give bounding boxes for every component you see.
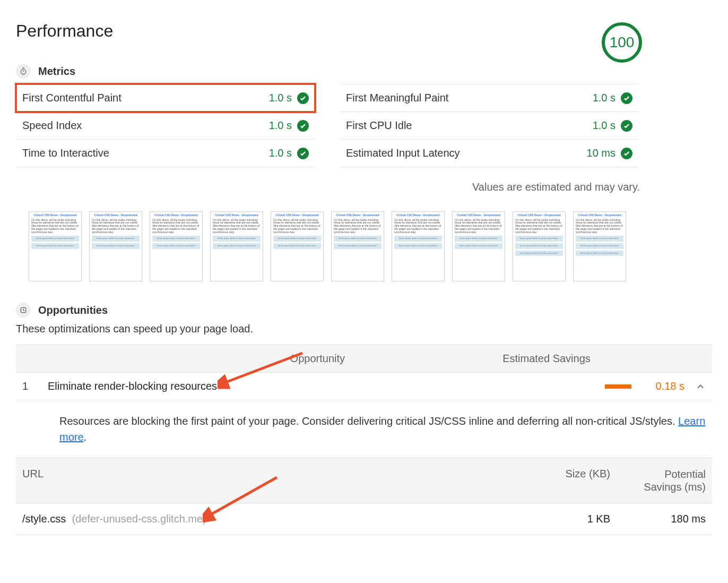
check-icon: [621, 120, 632, 132]
opportunity-detail: Resources are blocking the first paint o…: [16, 400, 712, 458]
filmstrip-frame: Critical CSS Demo - UnoptimizedOn this d…: [271, 211, 324, 281]
metric-label: First CPU Idle: [346, 119, 412, 132]
resource-path: /style.css: [22, 513, 66, 525]
metric-value: 1.0 s: [593, 92, 616, 104]
metric-value: 1.0 s: [269, 147, 292, 159]
metric-label: First Meaningful Paint: [346, 92, 448, 104]
learn-more-link[interactable]: Learn more: [59, 415, 705, 443]
performance-score: 100: [601, 21, 643, 64]
metric-label: Estimated Input Latency: [346, 147, 460, 159]
col-url: URL: [22, 468, 515, 493]
check-icon: [297, 92, 309, 104]
metrics-footnote: Values are estimated and may vary.: [472, 181, 712, 193]
metric-label: First Contentful Paint: [22, 92, 122, 104]
check-icon: [621, 148, 632, 159]
check-icon: [621, 92, 632, 104]
filmstrip-frame: Critical CSS Demo - UnoptimizedOn this d…: [29, 211, 82, 281]
metric-speed-index[interactable]: Speed Index1.0 s: [16, 112, 315, 140]
filmstrip-frame: Critical CSS Demo - UnoptimizedOn this d…: [392, 211, 445, 281]
opportunity-row[interactable]: 1Eliminate render-blocking resources0.18…: [16, 373, 712, 400]
metric-time-to-interactive[interactable]: Time to Interactive1.0 s: [16, 140, 315, 167]
page-title: Performance: [16, 21, 113, 41]
opportunity-savings: 0.18 s: [631, 380, 684, 392]
filmstrip-frame: Critical CSS Demo - UnoptimizedOn this d…: [89, 211, 142, 281]
col-size: Size (KB): [515, 468, 610, 493]
score-value: 100: [601, 21, 643, 64]
metric-label: Speed Index: [22, 119, 82, 132]
chevron-up-icon[interactable]: [684, 381, 706, 392]
col-opportunity: Opportunity: [48, 353, 366, 365]
metric-first-contentful-paint[interactable]: First Contentful Paint1.0 s: [16, 84, 315, 112]
metric-estimated-input-latency[interactable]: Estimated Input Latency10 ms: [340, 140, 639, 167]
filmstrip-frame: Critical CSS Demo - UnoptimizedOn this d…: [513, 211, 566, 281]
resource-size: 1 KB: [515, 513, 610, 525]
stopwatch-icon: [16, 64, 31, 79]
opportunities-section-header: Opportunities: [16, 303, 712, 318]
filmstrip-frame: Critical CSS Demo - UnoptimizedOn this d…: [150, 211, 203, 281]
metric-value: 10 ms: [587, 147, 616, 159]
metric-first-cpu-idle[interactable]: First CPU Idle1.0 s: [340, 112, 639, 140]
opportunities-description: These optimizations can speed up your pa…: [16, 323, 712, 335]
metric-value: 1.0 s: [593, 119, 616, 132]
resource-row[interactable]: /style.css (defer-unused-css.glitch.me)1…: [16, 503, 712, 535]
metrics-section-header: Metrics: [16, 64, 712, 79]
gauge-icon: [16, 303, 31, 318]
resource-savings: 180 ms: [610, 513, 706, 525]
filmstrip-frame: Critical CSS Demo - UnoptimizedOn this d…: [573, 211, 626, 281]
resource-host: (defer-unused-css.glitch.me): [72, 513, 206, 525]
filmstrip-frame: Critical CSS Demo - UnoptimizedOn this d…: [452, 211, 505, 281]
opportunities-table-header: Opportunity Estimated Savings: [16, 345, 712, 373]
metric-first-meaningful-paint[interactable]: First Meaningful Paint1.0 s: [340, 84, 639, 112]
metric-label: Time to Interactive: [22, 147, 109, 159]
col-potential-savings: PotentialSavings (ms): [610, 468, 706, 493]
savings-bar: [605, 384, 631, 389]
check-icon: [297, 120, 309, 132]
filmstrip-frame: Critical CSS Demo - UnoptimizedOn this d…: [210, 211, 263, 281]
svg-point-1: [21, 70, 25, 74]
metric-value: 1.0 s: [269, 92, 292, 104]
filmstrip: Critical CSS Demo - UnoptimizedOn this d…: [29, 211, 712, 281]
metric-value: 1.0 s: [269, 119, 292, 132]
check-icon: [297, 148, 309, 159]
opportunity-name: Eliminate render-blocking resources: [48, 380, 451, 392]
opportunity-index: 1: [22, 380, 48, 392]
col-savings: Estimated Savings: [366, 353, 684, 365]
resources-table-header: URL Size (KB) PotentialSavings (ms): [16, 458, 712, 503]
filmstrip-frame: Critical CSS Demo - UnoptimizedOn this d…: [331, 211, 384, 281]
